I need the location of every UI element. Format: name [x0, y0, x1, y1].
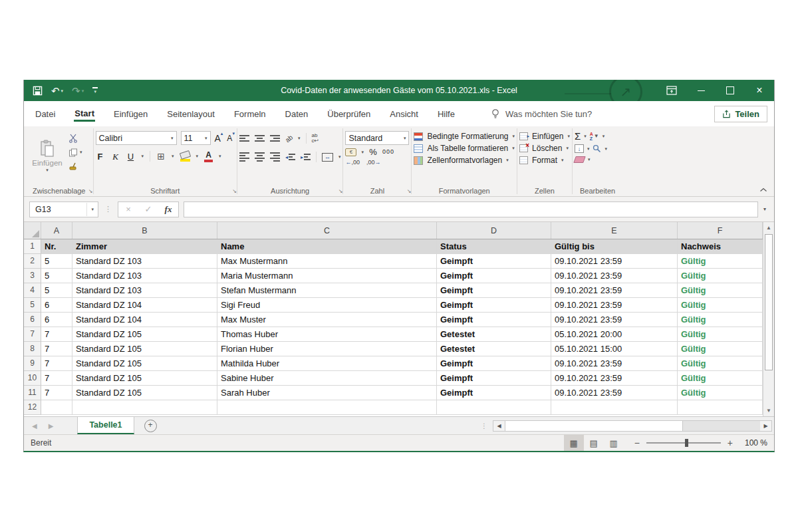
fill-button[interactable]: ↓ — [575, 144, 584, 153]
number-format-select[interactable]: Standard ▾ — [345, 131, 409, 145]
cell[interactable]: Gültig bis — [551, 239, 678, 254]
cell[interactable]: Zimmer — [72, 239, 217, 254]
format-as-table-button[interactable]: Als Tabelle formatieren ▾ — [414, 144, 515, 153]
row-header[interactable]: 12 — [24, 400, 41, 415]
cell[interactable]: 7 — [41, 356, 72, 371]
minimize-button[interactable] — [686, 80, 716, 101]
row-header[interactable]: 11 — [24, 386, 41, 400]
horizontal-scroll-thumb[interactable] — [505, 421, 683, 431]
percent-format-button[interactable]: % — [368, 148, 378, 156]
row-header[interactable]: 2 — [24, 254, 41, 269]
clear-button[interactable] — [573, 156, 586, 163]
cell[interactable]: 09.10.2021 23:59 — [551, 313, 678, 327]
cell[interactable]: 09.10.2021 23:59 — [551, 269, 678, 283]
horizontal-scrollbar[interactable]: ◀ ▶ — [493, 420, 772, 432]
font-color-caret[interactable]: ▾ — [219, 154, 221, 159]
column-header-a[interactable]: A — [41, 222, 72, 239]
borders-caret[interactable]: ▾ — [172, 154, 174, 159]
zoom-slider-track[interactable] — [646, 442, 721, 444]
tab-ansicht[interactable]: Ansicht — [389, 106, 419, 122]
align-left-button[interactable] — [239, 152, 249, 162]
align-middle-button[interactable] — [255, 135, 265, 142]
cell[interactable]: Geimpft — [437, 386, 551, 400]
sort-filter-button[interactable]: AZ ▼ — [590, 132, 599, 141]
orientation-button[interactable]: ab — [284, 133, 295, 144]
cell[interactable]: Gültig — [678, 342, 763, 356]
row-header[interactable]: 3 — [24, 269, 41, 283]
tab-seitenlayout[interactable]: Seitenlayout — [166, 106, 215, 122]
currency-caret[interactable]: ▾ — [361, 150, 364, 155]
fill-caret[interactable]: ▾ — [587, 146, 590, 152]
cell[interactable]: Gültig — [678, 283, 763, 298]
cell[interactable]: Gültig — [678, 386, 763, 400]
cell[interactable]: 09.10.2021 23:59 — [551, 254, 678, 269]
cell[interactable]: Getestet — [437, 327, 551, 342]
cell[interactable]: Name — [217, 239, 437, 254]
zoom-out-button[interactable]: − — [634, 438, 640, 448]
scroll-right-arrow[interactable]: ▶ — [760, 421, 771, 431]
cell-styles-button[interactable]: Zellenformatvorlagen ▾ — [414, 156, 515, 165]
increase-font-button[interactable]: A▴ — [215, 134, 223, 143]
cell[interactable]: 6 — [41, 298, 72, 313]
cell[interactable] — [551, 400, 678, 415]
row-header[interactable]: 10 — [24, 371, 41, 386]
scroll-up-arrow[interactable]: ▲ — [763, 222, 774, 233]
vertical-scrollbar[interactable]: ▲ ▼ — [763, 222, 774, 416]
vertical-scroll-thumb[interactable] — [765, 234, 773, 370]
cancel-entry-button[interactable]: × — [118, 204, 138, 214]
cell[interactable]: Standard DZ 105 — [72, 386, 217, 400]
font-name-select[interactable]: Calibri ▾ — [96, 131, 177, 145]
decrease-decimal-button[interactable]: ,00→ — [366, 159, 381, 166]
cell[interactable]: Geimpft — [437, 283, 551, 298]
sheet-tab-tabelle1[interactable]: Tabelle1 — [77, 417, 134, 434]
autosum-button[interactable]: Σ — [575, 131, 581, 141]
cell[interactable] — [437, 400, 551, 415]
name-box[interactable]: G13 ▾ — [29, 201, 98, 217]
bold-button[interactable]: F — [96, 152, 105, 161]
tell-me-search[interactable]: Was möchten Sie tun? — [491, 108, 592, 119]
cell[interactable]: Standard DZ 105 — [72, 327, 217, 342]
zoom-in-button[interactable]: + — [728, 438, 733, 448]
cell[interactable]: Standard DZ 105 — [72, 356, 217, 371]
cell[interactable]: Geimpft — [437, 371, 551, 386]
cell[interactable]: Gültig — [678, 313, 763, 327]
cell[interactable]: Maria Mustermann — [217, 269, 437, 283]
tab-datei[interactable]: Datei — [35, 106, 56, 122]
cell[interactable]: Geimpft — [437, 298, 551, 313]
borders-button[interactable]: ⊞ — [156, 152, 166, 161]
cell[interactable]: 09.10.2021 23:59 — [551, 386, 678, 400]
row-header[interactable]: 7 — [24, 327, 41, 342]
cell[interactable]: Stefan Mustermann — [217, 283, 437, 298]
zoom-slider-thumb[interactable] — [685, 439, 688, 447]
cell[interactable]: 09.10.2021 23:59 — [551, 356, 678, 371]
cell[interactable]: Geimpft — [437, 356, 551, 371]
cell[interactable]: Sigi Freud — [217, 298, 437, 313]
collapse-ribbon-button[interactable] — [759, 188, 767, 192]
page-break-view-button[interactable]: ▥ — [604, 435, 624, 451]
customize-quick-access-button[interactable]: ▾ — [92, 87, 98, 94]
tab-daten[interactable]: Daten — [285, 106, 309, 122]
alignment-dialog-launcher[interactable]: ↘ — [338, 188, 343, 194]
align-top-button[interactable] — [239, 135, 249, 142]
cell[interactable]: 5 — [41, 269, 72, 283]
conditional-formatting-button[interactable]: Bedingte Formatierung ▾ — [414, 132, 515, 141]
tab-einfuegen[interactable]: Einfügen — [113, 106, 148, 122]
cell[interactable]: 6 — [41, 313, 72, 327]
format-cells-button[interactable]: Format ▾ — [519, 156, 570, 165]
column-header-e[interactable]: E — [551, 222, 678, 239]
clear-caret[interactable]: ▾ — [588, 157, 591, 162]
format-painter-button[interactable] — [68, 161, 82, 172]
delete-cells-button[interactable]: Löschen ▾ — [519, 144, 570, 153]
cell[interactable]: Standard DZ 104 — [72, 313, 217, 327]
currency-format-button[interactable]: € — [345, 148, 356, 156]
page-layout-view-button[interactable]: ▤ — [584, 435, 604, 451]
cell[interactable]: Standard DZ 103 — [72, 283, 217, 298]
cell[interactable]: Standard DZ 103 — [72, 254, 217, 269]
cell[interactable]: 7 — [41, 386, 72, 400]
cell[interactable]: Gültig — [678, 298, 763, 313]
cell[interactable]: 7 — [41, 342, 72, 356]
row-header[interactable]: 5 — [24, 298, 41, 313]
row-header[interactable]: 8 — [24, 342, 41, 356]
fill-color-caret[interactable]: ▾ — [196, 154, 199, 159]
align-bottom-button[interactable] — [270, 135, 280, 142]
